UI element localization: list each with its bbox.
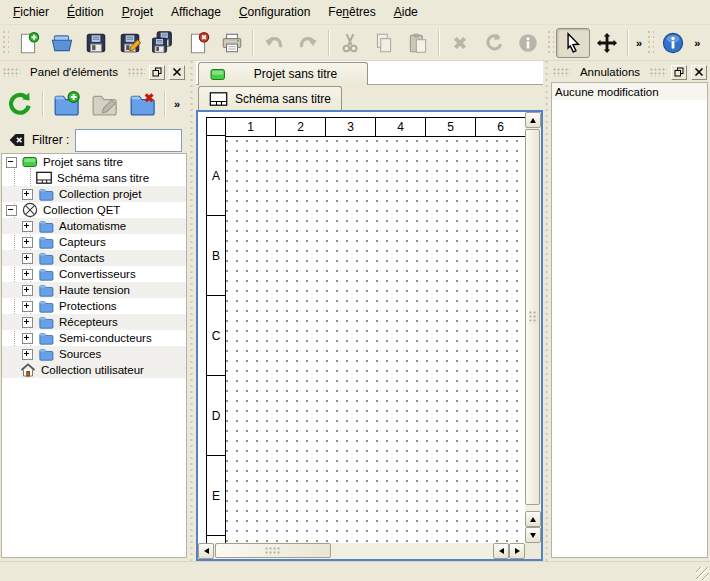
- expand-toggle[interactable]: [22, 269, 33, 280]
- delete-button[interactable]: [443, 28, 477, 58]
- menu-affichage[interactable]: Affichage: [162, 1, 230, 23]
- delete-category-button[interactable]: [123, 86, 161, 122]
- move-tool-button[interactable]: [590, 28, 624, 58]
- vertical-scroll-thumb[interactable]: [525, 129, 540, 505]
- close-project-button[interactable]: [181, 28, 215, 58]
- undo-button[interactable]: [257, 28, 291, 58]
- tree-item-sources[interactable]: Sources: [2, 346, 186, 362]
- tab-project[interactable]: Projet sans titre: [198, 62, 368, 85]
- tree-item-collection-qet[interactable]: Collection QET: [2, 202, 186, 218]
- tree-item-contacts[interactable]: Contacts: [2, 250, 186, 266]
- float-dock-button[interactable]: [671, 65, 687, 80]
- menu-fichier[interactable]: Fichier: [4, 1, 58, 23]
- tree-item-haute-tension[interactable]: Haute tension: [2, 282, 186, 298]
- tree-item-label: Collection utilisateur: [41, 364, 144, 376]
- scroll-down-button[interactable]: [525, 527, 541, 543]
- diagram-canvas[interactable]: 123456 ABCDE: [198, 112, 525, 543]
- close-icon: [694, 67, 704, 77]
- print-button[interactable]: [215, 28, 249, 58]
- tree-item-capteurs[interactable]: Capteurs: [2, 234, 186, 250]
- copy-button[interactable]: [367, 28, 401, 58]
- expand-toggle[interactable]: [22, 253, 33, 264]
- tree-item-recepteurs[interactable]: Récepteurs: [2, 314, 186, 330]
- float-icon: [674, 67, 684, 77]
- float-dock-button[interactable]: [149, 65, 165, 80]
- expand-toggle[interactable]: [22, 189, 33, 200]
- clear-filter-icon[interactable]: [6, 130, 26, 150]
- tree-item-schema-sans-titre[interactable]: Schéma sans titre: [2, 170, 186, 186]
- save-as-button[interactable]: [113, 28, 147, 58]
- close-dock-button[interactable]: [169, 65, 185, 80]
- expand-toggle[interactable]: [22, 333, 33, 344]
- redo-button[interactable]: [291, 28, 325, 58]
- open-project-button[interactable]: [45, 28, 79, 58]
- scroll-right-button[interactable]: [509, 543, 525, 559]
- toolbar-overflow-button[interactable]: »: [690, 37, 703, 49]
- tree-item-projet-sans-titre[interactable]: Projet sans titre: [2, 154, 186, 170]
- new-document-button[interactable]: [11, 28, 45, 58]
- filter-input[interactable]: [75, 129, 182, 152]
- expand-toggle[interactable]: [22, 317, 33, 328]
- resize-grip[interactable]: [696, 567, 709, 580]
- expand-toggle[interactable]: [22, 349, 33, 360]
- new-category-button[interactable]: [47, 86, 85, 122]
- menu-fenetres[interactable]: Fenêtres: [319, 1, 384, 23]
- menu-edition[interactable]: Édition: [58, 1, 113, 23]
- vertical-scrollbar[interactable]: [525, 112, 541, 543]
- home-icon: [20, 362, 36, 378]
- expand-toggle[interactable]: [22, 221, 33, 232]
- right-splitter[interactable]: [543, 60, 550, 562]
- panel-toolbar-overflow-button[interactable]: »: [170, 98, 187, 110]
- select-tool-button[interactable]: [556, 28, 590, 58]
- tree-item-collection-utilisateur[interactable]: Collection utilisateur: [2, 362, 186, 378]
- expand-toggle[interactable]: [22, 237, 33, 248]
- undo-list-item[interactable]: Aucune modification: [552, 83, 707, 100]
- collapse-toggle[interactable]: [6, 205, 17, 216]
- tree-item-protections[interactable]: Protections: [2, 298, 186, 314]
- expand-toggle[interactable]: [22, 285, 33, 296]
- tree-item-convertisseurs[interactable]: Convertisseurs: [2, 266, 186, 282]
- reload-collections-button[interactable]: [1, 86, 39, 122]
- horizontal-scroll-thumb[interactable]: [215, 543, 331, 558]
- about-button[interactable]: [656, 28, 690, 58]
- horizontal-scrollbar[interactable]: [198, 543, 525, 559]
- toolbar-drag-handle[interactable]: [647, 30, 654, 56]
- project-tab-label: Projet sans titre: [254, 67, 337, 81]
- toolbar-separator: [252, 30, 254, 56]
- cut-button[interactable]: [333, 28, 367, 58]
- thumb-grip: [528, 311, 537, 324]
- collapse-toggle[interactable]: [6, 157, 17, 168]
- tab-schema[interactable]: Schéma sans titre: [198, 86, 342, 110]
- save-button[interactable]: [79, 28, 113, 58]
- scroll-left-button[interactable]: [198, 543, 214, 559]
- paste-button[interactable]: [401, 28, 435, 58]
- tree-item-semi-conducteurs[interactable]: Semi-conducteurs: [2, 330, 186, 346]
- doc-new-icon: [16, 31, 40, 55]
- schema-tab-bar: Schéma sans titre: [196, 85, 543, 110]
- column-header-6: 6: [475, 117, 525, 137]
- scroll-up-button-2[interactable]: [525, 511, 541, 527]
- tree-item-collection-projet[interactable]: Collection projet: [2, 186, 186, 202]
- folder-delete-icon: [128, 90, 156, 118]
- expand-toggle[interactable]: [22, 301, 33, 312]
- edit-category-button[interactable]: [85, 86, 123, 122]
- menu-projet[interactable]: Projet: [113, 1, 162, 23]
- splitter-grip: [190, 60, 194, 562]
- toolbar-drag-handle[interactable]: [547, 30, 554, 56]
- properties-button[interactable]: [511, 28, 545, 58]
- close-dock-button[interactable]: [691, 65, 707, 80]
- rotate-button[interactable]: [477, 28, 511, 58]
- triangle-left-icon: [499, 548, 504, 554]
- tree-item-automatisme[interactable]: Automatisme: [2, 218, 186, 234]
- toolbar-overflow-button[interactable]: »: [632, 37, 645, 49]
- save-all-button[interactable]: [147, 28, 181, 58]
- select-icon: [561, 31, 585, 55]
- toolbar-separator: [42, 91, 44, 117]
- menu-configuration[interactable]: Configuration: [230, 1, 319, 23]
- toolbar-drag-handle[interactable]: [2, 30, 9, 56]
- scroll-up-button[interactable]: [525, 112, 541, 128]
- elements-panel-titlebar: Panel d'éléments: [3, 63, 185, 81]
- scroll-left-button-2[interactable]: [493, 543, 509, 559]
- left-splitter[interactable]: [188, 60, 196, 562]
- menu-aide[interactable]: Aide: [385, 1, 427, 23]
